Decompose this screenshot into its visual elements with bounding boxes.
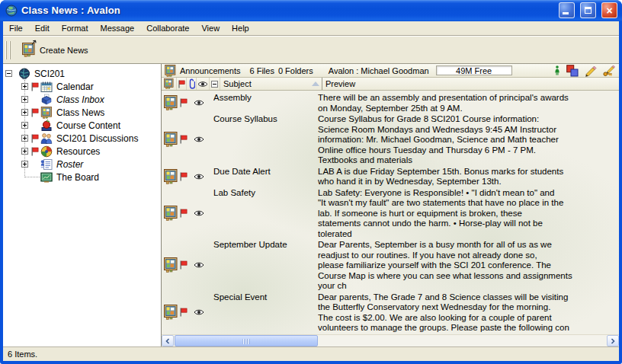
- menu-collaborate[interactable]: Collaborate: [140, 22, 195, 35]
- news-board-icon: [165, 65, 176, 77]
- tree-label: SCI201: [33, 69, 66, 79]
- column-read-status[interactable]: [197, 78, 210, 90]
- scrollbar-thumb[interactable]: [175, 335, 318, 346]
- toolbar: Create News: [3, 36, 619, 63]
- pencil-key-icon[interactable]: [603, 65, 615, 77]
- menubar: File Edit Format Message Collaborate Vie…: [3, 21, 619, 36]
- message-preview: LAB A is due Friday September 15th. Bonu…: [318, 166, 619, 187]
- tree-label: SCI201 Discussions: [55, 133, 139, 144]
- account-label: Avalon : Michael Goodman: [329, 66, 429, 75]
- menu-view[interactable]: View: [195, 22, 226, 35]
- person-icon[interactable]: [554, 65, 560, 75]
- tree-label: Roster: [55, 159, 85, 170]
- message-row-lab-safety[interactable]: Lab Safety Lab Safety: Everyone is Respo…: [162, 187, 619, 240]
- app-window: Class News : Avalon × File Edit Format M…: [0, 0, 622, 364]
- message-subject: Special Event: [213, 292, 318, 334]
- tree-item-sci201-discussions[interactable]: SCI201 Discussions: [3, 132, 161, 145]
- menu-file[interactable]: File: [3, 22, 29, 35]
- titlebar[interactable]: Class News : Avalon ×: [0, 0, 622, 21]
- message-subject: Due Date Alert: [213, 166, 318, 187]
- panel-title: Announcements: [180, 66, 241, 75]
- create-news-button[interactable]: Create News: [19, 41, 91, 59]
- tree-item-class-news[interactable]: Class News: [3, 106, 161, 119]
- message-row-september-update[interactable]: September Update Dear Parents, September…: [162, 239, 619, 292]
- list-pane: Announcements 6 Files 0 Folders Avalon :…: [162, 64, 619, 346]
- column-flag[interactable]: [177, 78, 187, 90]
- minimize-button[interactable]: [559, 2, 575, 18]
- close-button[interactable]: ×: [601, 2, 617, 18]
- preview-header-label: Preview: [325, 79, 355, 88]
- column-attachment[interactable]: [187, 78, 197, 90]
- subject-header-label: Subject: [223, 79, 252, 88]
- flag-icon: [179, 98, 188, 107]
- pencil-icon[interactable]: [585, 65, 597, 77]
- toolbar-grip[interactable]: [9, 41, 11, 59]
- message-preview: There will be an assembly and presentati…: [318, 92, 619, 113]
- column-subject[interactable]: Subject: [220, 78, 322, 90]
- tree-item-class-inbox[interactable]: Class Inbox: [3, 93, 161, 106]
- files-count: 6 Files: [250, 66, 274, 75]
- maximize-button[interactable]: [580, 2, 596, 18]
- sort-ascending-icon: [312, 81, 319, 86]
- globe-icon: [18, 68, 30, 80]
- flag-icon: [179, 308, 188, 317]
- expand-box-icon[interactable]: [21, 148, 28, 155]
- menu-edit[interactable]: Edit: [29, 22, 56, 35]
- news-item-icon: [164, 257, 178, 273]
- menu-message[interactable]: Message: [95, 22, 141, 35]
- people-icon: [40, 133, 53, 145]
- tree-item-resources[interactable]: Resources: [3, 145, 161, 158]
- menu-format[interactable]: Format: [56, 22, 95, 35]
- free-space-indicator: 49M Free: [436, 65, 512, 75]
- tree-item-sci201[interactable]: SCI201: [3, 67, 161, 80]
- flag-icon: [179, 209, 188, 218]
- inbox-icon: [40, 94, 53, 106]
- expand-box-icon[interactable]: [21, 96, 28, 103]
- menu-help[interactable]: Help: [226, 22, 255, 35]
- horizontal-scrollbar[interactable]: [162, 334, 619, 346]
- item-count-label: 6 Items.: [8, 350, 37, 359]
- create-news-label: Create News: [40, 46, 88, 55]
- flag-icon: [179, 260, 188, 270]
- tree-label: Resources: [55, 146, 101, 157]
- expand-box-icon[interactable]: [21, 109, 28, 116]
- eye-icon: [194, 309, 204, 316]
- tree-item-calendar[interactable]: Calendar: [3, 80, 161, 93]
- eye-icon: [194, 209, 204, 216]
- sidebar-tree: SCI201 Calendar Class Inbox: [3, 64, 162, 346]
- news-item-icon: [164, 132, 178, 147]
- message-preview: Dear Parents, September is a busy month …: [318, 239, 619, 292]
- toolbar-grip[interactable]: [5, 41, 7, 59]
- column-item-icon[interactable]: [162, 78, 177, 90]
- news-board-icon: [40, 107, 53, 119]
- message-row-course-syllabus[interactable]: Course Syllabus Course Syllabus for Grad…: [162, 113, 619, 166]
- scroll-left-button[interactable]: [162, 335, 174, 346]
- expand-box-icon[interactable]: [21, 161, 28, 168]
- news-item-icon: [164, 95, 178, 110]
- chevron-right-icon: [611, 338, 615, 344]
- flag-icon: [30, 82, 39, 91]
- flag-icon: [179, 135, 188, 144]
- message-row-assembly[interactable]: Assembly There will be an assembly and p…: [162, 92, 619, 113]
- message-row-due-date-alert[interactable]: Due Date Alert LAB A is due Friday Septe…: [162, 166, 619, 187]
- expand-box-icon[interactable]: [21, 135, 28, 142]
- collapse-all-button[interactable]: [210, 78, 220, 90]
- news-item-icon: [164, 169, 178, 184]
- column-preview[interactable]: Preview: [322, 78, 619, 90]
- news-board-icon: [164, 78, 174, 89]
- minimize-icon: [563, 12, 569, 14]
- tree-item-course-content[interactable]: Course Content: [3, 119, 161, 132]
- tree-item-the-board[interactable]: The Board: [3, 171, 161, 184]
- scroll-right-button[interactable]: [607, 335, 619, 346]
- collapse-box-icon[interactable]: [5, 70, 12, 77]
- folders-count: 0 Folders: [278, 66, 313, 75]
- layers-icon[interactable]: [566, 65, 579, 77]
- expand-box-icon[interactable]: [21, 83, 28, 90]
- flag-icon: [30, 134, 39, 143]
- tree-item-roster[interactable]: Roster: [3, 158, 161, 171]
- expand-box-icon[interactable]: [21, 122, 28, 129]
- message-preview: Course Syllabus for Grade 8 SCI201 Cours…: [318, 113, 619, 166]
- statusbar: 6 Items.: [3, 346, 619, 361]
- message-subject: Lab Safety: [213, 187, 318, 240]
- message-row-special-event[interactable]: Special Event Dear parents, The Grade 7 …: [162, 292, 619, 334]
